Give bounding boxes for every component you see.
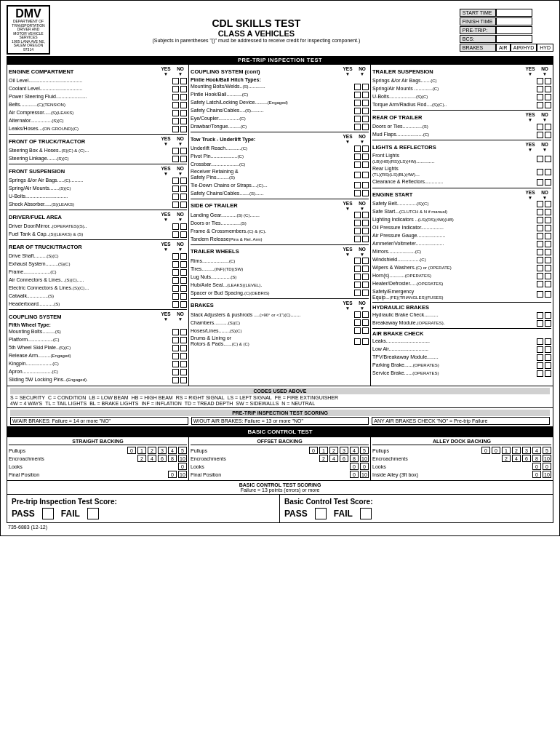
cb-cr-no[interactable]	[545, 179, 551, 186]
cb-shock-no[interactable]	[180, 202, 187, 208]
pass-box-2[interactable]	[315, 508, 327, 519]
cb-sb-no[interactable]	[180, 148, 187, 154]
cb-svb-yes[interactable]	[537, 370, 543, 377]
cb-hb-no[interactable]	[180, 301, 187, 308]
cb-sbe-no[interactable]	[545, 201, 551, 207]
cb-lg-no[interactable]	[362, 212, 369, 218]
cb-ec-yes[interactable]	[172, 285, 179, 292]
cb-plat-no[interactable]	[180, 337, 187, 343]
cb-sl-yes[interactable]	[172, 156, 179, 162]
bc-num[interactable]: 2	[148, 447, 156, 454]
cb-horn-no[interactable]	[545, 273, 551, 279]
cb-ch-yes[interactable]	[354, 319, 361, 326]
cb-dt-no[interactable]	[545, 124, 551, 130]
bc-num[interactable]: 0	[532, 463, 541, 470]
cb-ul-no[interactable]	[362, 146, 369, 152]
cb-pp-yes[interactable]	[354, 154, 361, 160]
bc-num[interactable]: 2	[137, 455, 146, 462]
bc-num[interactable]: 0	[532, 471, 541, 478]
cb-la-no[interactable]	[545, 346, 551, 353]
cb-sbe-yes[interactable]	[537, 201, 543, 207]
bc-num[interactable]: 8	[532, 455, 541, 462]
cb-frt-yes[interactable]	[172, 269, 179, 276]
cb-leaks-no[interactable]	[180, 126, 187, 132]
cb-frt-no[interactable]	[180, 269, 187, 276]
cb-hl-no[interactable]	[362, 327, 369, 334]
start-time-box[interactable]	[496, 9, 532, 17]
cb-ac-no[interactable]	[180, 277, 187, 284]
cb-sb2-no[interactable]	[362, 290, 369, 296]
cb-av-yes[interactable]	[537, 241, 543, 247]
cb-sc2-no[interactable]	[362, 190, 369, 196]
cb-fl-no[interactable]	[545, 156, 551, 162]
bc-num[interactable]: 0	[168, 471, 177, 478]
cb-oil-no[interactable]	[180, 78, 187, 84]
cb-oil-yes[interactable]	[172, 78, 179, 84]
cb-sf-yes[interactable]	[172, 178, 179, 184]
cb-cb-no[interactable]	[362, 162, 369, 168]
cb-mf-no[interactable]	[545, 132, 551, 138]
cb-coolant-yes[interactable]	[172, 86, 179, 92]
cb-ec-no[interactable]	[180, 285, 187, 292]
cb-ex-no[interactable]	[180, 261, 187, 268]
bc-num[interactable]: 2	[329, 447, 338, 454]
bc-num[interactable]: 0	[309, 447, 318, 454]
cb-mir-yes[interactable]	[537, 249, 543, 255]
cb-horn-yes[interactable]	[537, 273, 543, 279]
cb-dt-yes[interactable]	[537, 124, 543, 130]
cb-plat-yes[interactable]	[172, 337, 179, 343]
fail-box-2[interactable]	[360, 508, 372, 519]
cb-fuel-yes[interactable]	[172, 231, 179, 238]
bc-num[interactable]: 10	[543, 455, 551, 462]
cb-coolant-no[interactable]	[180, 86, 187, 92]
cb-se-yes[interactable]	[537, 291, 543, 298]
bc-num[interactable]: 3	[340, 447, 348, 454]
cb-ap2-yes[interactable]	[537, 233, 543, 239]
bc-num[interactable]: 10	[360, 471, 369, 478]
cb-hbc-yes[interactable]	[537, 312, 543, 319]
bc-num[interactable]: 3	[158, 447, 167, 454]
cb-door-no[interactable]	[180, 223, 187, 230]
cb-sc-no[interactable]	[362, 108, 369, 114]
cb-sc2-yes[interactable]	[354, 190, 361, 196]
cb-tires-no[interactable]	[362, 266, 369, 272]
cb-ss-no[interactable]	[545, 209, 551, 215]
cb-spmt-no[interactable]	[545, 86, 551, 92]
cb-cw-no[interactable]	[180, 293, 187, 300]
cb-ww-no[interactable]	[545, 265, 551, 271]
bc-num[interactable]: 5	[543, 447, 551, 454]
cb-drums-no[interactable]	[362, 338, 369, 345]
cb-ac-yes[interactable]	[172, 277, 179, 284]
bc-num[interactable]: 0	[492, 447, 500, 454]
cb-ln-yes[interactable]	[354, 274, 361, 280]
bc-num[interactable]: 8	[350, 455, 359, 462]
cb-la-yes[interactable]	[537, 346, 543, 353]
cb-ds-yes[interactable]	[172, 253, 179, 260]
bc-num[interactable]: 1	[319, 447, 328, 454]
cb-leaks-yes[interactable]	[172, 126, 179, 132]
bc-num[interactable]: 2	[502, 455, 511, 462]
cb-ws-yes[interactable]	[537, 257, 543, 263]
cb-bm-yes[interactable]	[537, 320, 543, 327]
cb-tpv-yes[interactable]	[537, 354, 543, 361]
bc-num[interactable]: 4	[168, 447, 177, 454]
bc-num[interactable]: 10	[360, 455, 369, 462]
cb-sl-no[interactable]	[180, 156, 187, 162]
bc-num[interactable]: 0	[360, 463, 369, 470]
cb-mb-yes[interactable]	[172, 329, 179, 335]
bc-num[interactable]: 10	[178, 471, 187, 478]
bc-num[interactable]: 0	[350, 471, 359, 478]
bc-num[interactable]: 0	[481, 447, 490, 454]
fail-box-1[interactable]	[87, 508, 99, 519]
cb-ww-yes[interactable]	[537, 265, 543, 271]
cb-tpv-no[interactable]	[545, 354, 551, 361]
cb-cr-yes[interactable]	[537, 179, 543, 186]
cb-aircomp-yes[interactable]	[172, 110, 179, 116]
bc-num[interactable]: 2	[512, 447, 521, 454]
cb-spmf-no[interactable]	[180, 186, 187, 192]
bc-num[interactable]: 3	[522, 447, 531, 454]
cb-slack-no[interactable]	[362, 311, 369, 318]
cb-5ws-no[interactable]	[180, 345, 187, 351]
cb-belts-yes[interactable]	[172, 102, 179, 108]
cb-sc-yes[interactable]	[354, 108, 361, 114]
